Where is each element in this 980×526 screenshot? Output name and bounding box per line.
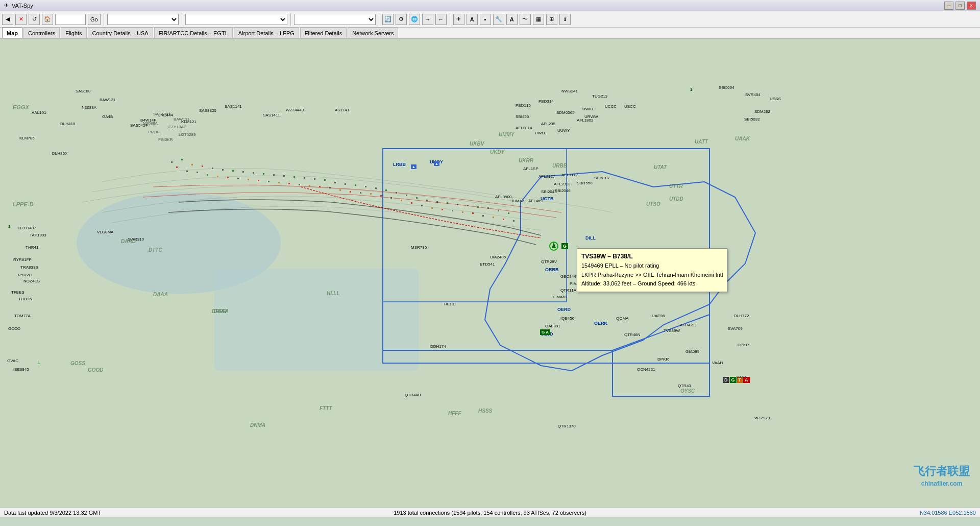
aircraft-label-gia089[interactable]: GIA089 — [685, 349, 699, 354]
lbl-wz4449[interactable]: WZZ4449 — [286, 108, 304, 112]
aircraft-label-gvac[interactable]: GVAC — [7, 358, 18, 363]
aircraft-label-ryr2fi[interactable]: RYR2FI — [18, 273, 32, 277]
lbl-iqe456[interactable]: IQE456 — [560, 316, 574, 321]
ctrl-badge-ukoy[interactable]: ▲ — [434, 161, 439, 166]
text-a-button[interactable]: A — [467, 14, 478, 25]
aircraft-label-dlh772[interactable]: DLH772 — [734, 314, 749, 318]
lbl-tvsw[interactable]: TVS39W — [664, 328, 680, 333]
aircraft-label-sdm292[interactable]: SDM292 — [754, 109, 770, 114]
lbl-uwke[interactable]: UWKE — [582, 107, 595, 111]
aircraft-label-tfbes[interactable]: TFBES — [11, 290, 24, 295]
aircraft-label-n3088a[interactable]: N3088A — [82, 105, 96, 110]
stop-button[interactable]: ✕ — [15, 14, 27, 25]
lbl-sas8820[interactable]: SAS8820 — [199, 108, 216, 113]
lbl-urww[interactable]: URWW — [584, 114, 598, 119]
back-button[interactable]: ◀ — [2, 14, 13, 25]
text-a2-button[interactable]: A — [506, 14, 518, 25]
tab-fir-details[interactable]: FIR/ARTCC Details – EGTL — [154, 28, 233, 38]
lbl-lm1444[interactable]: LM1444 — [158, 113, 173, 117]
lbl-gma61[interactable]: GMA61 — [553, 295, 567, 299]
airport-oerk[interactable]: OERK — [594, 321, 607, 326]
aircraft-label-dlh418[interactable]: DLH418 — [60, 122, 75, 126]
airport-lrbb[interactable]: LRBB — [393, 162, 406, 167]
tab-controllers[interactable]: Controllers — [23, 28, 60, 38]
lbl-qaf891[interactable]: QAF891 — [545, 324, 560, 328]
lbl-afrx211[interactable]: AFR4211 — [680, 323, 697, 327]
lbl-sbi5107[interactable]: SBI5107 — [594, 176, 610, 180]
aircraft-label-tom77a[interactable]: TOM77A — [14, 314, 31, 318]
info-button[interactable]: ℹ — [559, 14, 571, 25]
lbl-sas542[interactable]: SAS542✈ — [130, 123, 149, 128]
filter-dropdown-2[interactable] — [185, 14, 287, 25]
lbl-sbi2043[interactable]: SBI2043 — [541, 189, 557, 194]
aircraft-label-dlh85x[interactable]: DLH85X — [52, 151, 67, 156]
airport-badge-ga[interactable]: G A — [540, 329, 550, 335]
lbl-etd541[interactable]: ETD541 — [480, 262, 495, 267]
zoom-button[interactable]: ⊞ — [546, 14, 557, 25]
lbl-msr736[interactable]: MSR736 — [411, 245, 427, 250]
lbl-sbi456[interactable]: SBI456 — [516, 114, 529, 119]
aircraft-label-gcco[interactable]: GCCO — [8, 326, 20, 331]
lbl-sdm6565[interactable]: SDM6565 — [556, 110, 575, 115]
lbl-uia2406[interactable]: UIA2406 — [490, 255, 506, 259]
lbl-dpkr[interactable]: DPKR — [657, 357, 669, 362]
airplane-button[interactable]: ✈ — [453, 14, 464, 25]
lbl-vaan[interactable]: VAAH — [712, 361, 723, 365]
lbl-afl1117[interactable]: AFL1117 — [561, 173, 578, 177]
lbl-as1141[interactable]: AS1141 — [335, 108, 349, 112]
lbl-ddh174[interactable]: DDH174 — [430, 344, 446, 349]
refresh-button[interactable]: ↺ — [29, 14, 40, 25]
lbl-afl3500[interactable]: AFL3500 — [495, 195, 511, 199]
aircraft-label-sas[interactable]: SAS188 — [76, 89, 90, 93]
lbl-sbi2046[interactable]: SBI2046 — [555, 188, 571, 193]
aircraft-label-ryr61fp[interactable]: RYR61FP — [13, 257, 32, 262]
settings-button[interactable]: ⚙ — [396, 14, 407, 25]
aircraft-badge-g[interactable]: G — [561, 243, 568, 249]
lbl-qma[interactable]: QOMA — [616, 316, 628, 321]
aircraft-label-qtr43[interactable]: QTR43 — [678, 384, 691, 388]
filter-dropdown-1[interactable] — [107, 14, 179, 25]
lbl-tug213[interactable]: TUG213 — [592, 94, 607, 99]
lbl-qtr46n[interactable]: QTR46N — [624, 332, 641, 337]
aircraft-label-tui135[interactable]: TUI135 — [18, 297, 32, 301]
lbl-ga4b[interactable]: GA4B — [102, 114, 113, 119]
arrow-left-button[interactable]: ← — [435, 14, 447, 25]
aircraft-label-ibe6845[interactable]: IBE6845 — [13, 367, 29, 372]
lbl-sbi1550[interactable]: SBI1550 — [577, 181, 593, 185]
lbl-uccc[interactable]: UCCC — [605, 104, 617, 109]
tab-country-details[interactable]: Country Details – USA — [88, 28, 153, 38]
lbl-afl235[interactable]: AFL235 — [541, 122, 555, 126]
refresh-data-button[interactable]: 🔄 — [382, 14, 394, 25]
close-button[interactable]: ✕ — [967, 2, 976, 10]
lbl-sas1141[interactable]: SAS1141 — [225, 104, 242, 109]
aircraft-label-ocn4221[interactable]: OCN4221 — [637, 367, 655, 372]
lbl-swr310[interactable]: SWR310 — [128, 237, 144, 242]
lbl-pbd314[interactable]: PBD314 — [538, 99, 554, 104]
aircraft-label-rzo1407[interactable]: RZO1407 — [18, 226, 36, 230]
aircraft-label-klm785[interactable]: KLM785 — [19, 136, 35, 140]
aircraft-label-sbi5004[interactable]: SBI5004 — [719, 85, 734, 90]
home-button[interactable]: 🏠 — [42, 14, 53, 25]
tab-airport-details[interactable]: Airport Details – LFPG — [234, 28, 299, 38]
aircraft-label-sbi5032[interactable]: SBI5032 — [744, 117, 760, 122]
aircraft-label-qtr1370[interactable]: QTR1370 — [558, 424, 576, 428]
tab-filtered-details[interactable]: Filtered Details — [300, 28, 347, 38]
aircraft-label-thr41[interactable]: THR41 — [26, 245, 38, 250]
map-container[interactable]: SAS188✈ BAW131 N3088A EZY13AP PROFL LOT6… — [0, 39, 980, 508]
lbl-vlg8ma[interactable]: VLG8MA — [97, 230, 113, 234]
aircraft-label-baw[interactable]: BAW131 — [100, 98, 115, 102]
tab-flights[interactable]: Flights — [61, 28, 86, 38]
aircraft-label-usss[interactable]: USSS — [770, 97, 781, 101]
go-button[interactable]: Go — [88, 14, 101, 25]
lbl-afl469[interactable]: AFL469 — [528, 199, 543, 203]
square-button[interactable]: ▪ — [480, 14, 491, 25]
aircraft-label-sva709[interactable]: SVA709 — [728, 326, 743, 331]
lbl-irm42[interactable]: IRM42 — [512, 199, 524, 203]
lbl-uuwy[interactable]: UUWY — [557, 128, 570, 133]
lbl-afl1sp[interactable]: AFL1SP — [523, 166, 538, 171]
lbl-sas55[interactable]: SAS1411 — [263, 113, 280, 117]
aircraft-label-tra833b[interactable]: TRA833B — [20, 265, 38, 270]
lbl-gec8447[interactable]: GEC8447 — [560, 274, 578, 279]
lbl-uae96[interactable]: UAE96 — [652, 314, 665, 318]
tab-map[interactable]: Map — [2, 28, 22, 38]
